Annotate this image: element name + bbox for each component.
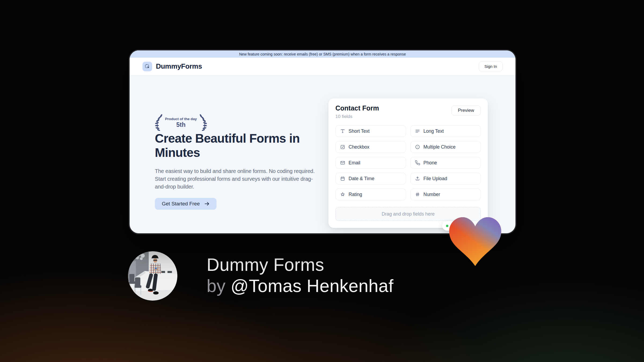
announcement-banner: New feature coming soon: receive emails … [130, 50, 515, 58]
gradient-heart-logo [449, 217, 501, 266]
hero-title-line2: Minutes [155, 146, 300, 160]
field-type-button[interactable]: File Upload [410, 173, 481, 184]
avatar-photo [128, 251, 177, 301]
field-type-label: Short Text [349, 128, 369, 134]
field-type-label: File Upload [423, 176, 447, 182]
phone-icon [415, 160, 420, 165]
brand: DummyForms [142, 62, 202, 71]
field-type-button[interactable]: Multiple Choice [410, 141, 481, 153]
caption-byline: by @Tomas Henkenhaf [207, 275, 394, 297]
field-type-label: Number [423, 192, 440, 197]
text-icon [340, 128, 345, 134]
get-started-button[interactable]: Get Started Free [155, 198, 217, 210]
dummyforms-window: New feature coming soon: receive emails … [130, 50, 515, 233]
laurel-left-icon [154, 114, 163, 131]
caption-title: Dummy Forms [207, 254, 394, 275]
field-type-button[interactable]: Rating [335, 189, 406, 200]
field-count: 10 fields [335, 114, 352, 119]
calendar-icon [340, 176, 345, 181]
app-header: DummyForms Sign In [130, 58, 515, 75]
hash-icon [415, 192, 420, 197]
brand-name: DummyForms [156, 62, 202, 71]
get-started-label: Get Started Free [162, 201, 200, 207]
radio-circle-icon [415, 144, 420, 150]
green-status-dot-icon [446, 225, 448, 227]
preview-button[interactable]: Preview [451, 105, 481, 116]
field-type-button[interactable]: Phone [410, 157, 481, 169]
lines-icon [415, 128, 420, 134]
star-icon [340, 192, 345, 197]
caption: Dummy Forms by @Tomas Henkenhaf [207, 254, 394, 297]
dummyforms-logo-icon [142, 62, 152, 71]
form-builder-card: Contact Form 10 fields Preview Short Tex… [328, 98, 488, 228]
field-type-button[interactable]: Number [410, 189, 481, 200]
field-type-label: Long Text [423, 128, 444, 134]
drag-drop-hint: Drag and drop fields here [382, 211, 434, 217]
badge-rank: 5th [165, 121, 197, 128]
form-title: Contact Form [335, 104, 379, 112]
hero-title-line1: Create Beautiful Forms in [155, 131, 300, 146]
field-type-label: Multiple Choice [423, 144, 456, 150]
field-type-button[interactable]: Long Text [410, 125, 481, 137]
field-type-label: Date & Time [349, 176, 374, 182]
caption-author: @Tomas Henkenhaf [231, 276, 394, 296]
sign-in-button[interactable]: Sign In [479, 61, 503, 71]
field-type-label: Checkbox [349, 144, 369, 150]
field-type-button[interactable]: Email [335, 157, 406, 169]
hero-title: Create Beautiful Forms in Minutes [155, 131, 300, 160]
upload-icon [415, 176, 420, 181]
announcement-text: New feature coming soon: receive emails … [239, 52, 406, 56]
envelope-icon [340, 160, 345, 165]
arrow-right-icon [204, 201, 210, 206]
field-type-label: Rating [349, 192, 362, 197]
field-type-palette: Short Text Long Text Checkbox Multiple C… [335, 125, 481, 200]
field-type-label: Email [349, 160, 360, 166]
field-type-button[interactable]: Checkbox [335, 141, 406, 153]
field-type-button[interactable]: Short Text [335, 125, 406, 137]
field-type-label: Phone [423, 160, 437, 166]
product-of-the-day-badge: Product of the day 5th [154, 114, 208, 131]
hero-description: The easiest way to build and share onlin… [155, 167, 315, 191]
checkbox-icon [340, 144, 345, 150]
laurel-right-icon [199, 114, 208, 131]
field-type-button[interactable]: Date & Time [335, 173, 406, 184]
badge-title: Product of the day [165, 117, 197, 121]
